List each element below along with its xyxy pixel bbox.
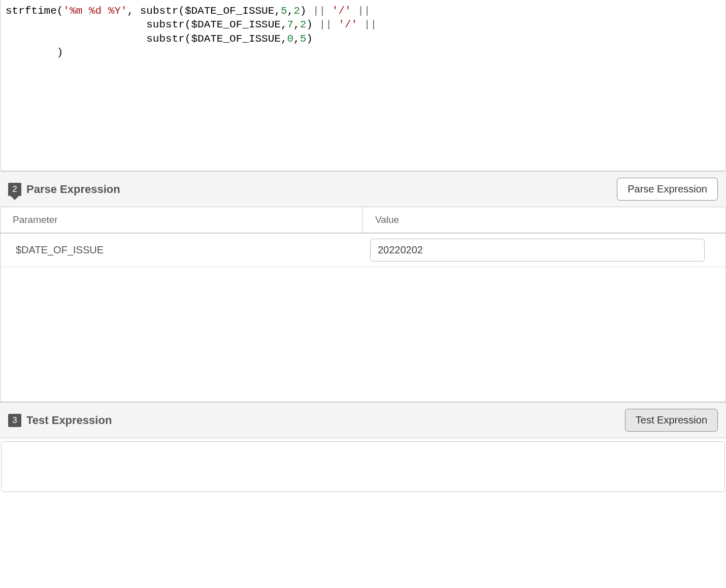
code-token: ) (306, 19, 319, 30)
code-token-string: '/' (332, 19, 364, 30)
parameter-table-header: Parameter Value (1, 207, 725, 234)
code-token: , (287, 5, 294, 17)
code-pad (6, 47, 57, 58)
code-editor[interactable]: strftime('%m %d %Y', substr($DATE_OF_ISS… (0, 0, 726, 171)
parameter-value-input[interactable] (370, 239, 705, 262)
code-token-num: 5 (281, 5, 287, 17)
code-token: substr($DATE_OF_ISSUE, (140, 5, 281, 17)
section-title: Test Expression (26, 414, 112, 427)
code-token-string: '%m %d %Y' (63, 5, 127, 17)
test-output-area (1, 441, 725, 492)
code-token-num: 2 (300, 19, 307, 30)
test-expression-button[interactable]: Test Expression (625, 409, 718, 432)
code-token-num: 7 (287, 19, 294, 30)
code-token: , (293, 19, 300, 30)
code-token-op: || (364, 19, 377, 30)
column-header-value: Value (363, 207, 725, 233)
code-token: substr($DATE_OF_ISSUE, (146, 33, 287, 45)
section-title: Parse Expression (26, 183, 120, 196)
code-pad (6, 19, 146, 30)
step-number: 2 (12, 184, 17, 194)
code-token: , (293, 33, 300, 45)
table-row: $DATE_OF_ISSUE (1, 234, 725, 267)
column-header-parameter: Parameter (1, 207, 363, 233)
code-token: , (127, 5, 140, 17)
code-token: strftime( (6, 5, 63, 17)
code-token-op: || (319, 19, 332, 30)
parameter-table: Parameter Value $DATE_OF_ISSUE (0, 207, 726, 402)
code-token: substr($DATE_OF_ISSUE, (146, 19, 287, 30)
code-token-num: 2 (293, 5, 300, 17)
step-badge-2: 2 (8, 183, 21, 196)
step-number: 3 (12, 415, 17, 426)
code-token: ) (306, 33, 313, 45)
code-pad (6, 33, 146, 45)
parse-expression-button[interactable]: Parse Expression (617, 178, 718, 201)
code-token: ) (300, 5, 313, 17)
section-parse-expression-header: 2 Parse Expression Parse Expression (0, 171, 726, 207)
code-token: ) (57, 47, 63, 58)
code-token-op: || (357, 5, 370, 17)
parameter-table-empty-area (1, 267, 725, 402)
step-badge-3: 3 (8, 414, 21, 427)
code-token-num: 0 (287, 33, 294, 45)
code-token-op: || (313, 5, 325, 17)
section-test-expression-header: 3 Test Expression Test Expression (0, 402, 726, 438)
parameter-name: $DATE_OF_ISSUE (1, 237, 363, 263)
code-token-string: '/' (325, 5, 357, 17)
code-token-num: 5 (300, 33, 307, 45)
